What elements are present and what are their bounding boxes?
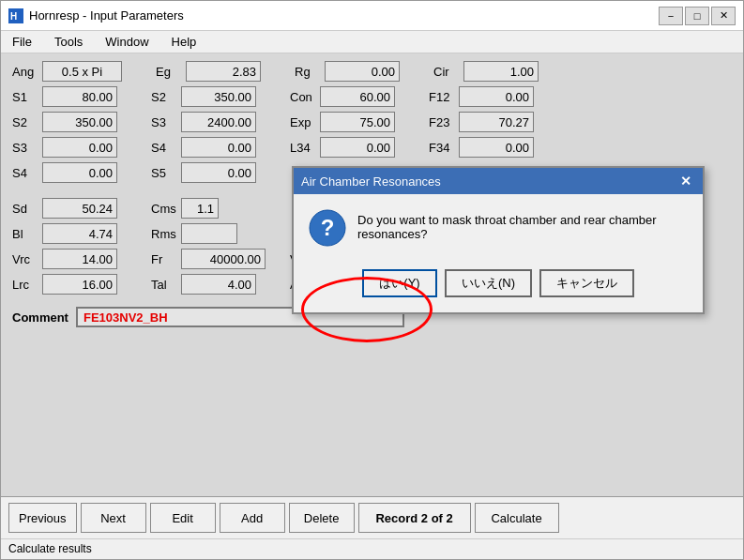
dialog-overlay: Air Chamber Resonances ✕ ? Do you want t… bbox=[1, 53, 743, 496]
dialog-body: ? Do you want to mask throat chamber and… bbox=[294, 194, 703, 262]
bottom-bar: Previous Next Edit Add Delete Record 2 o… bbox=[1, 496, 743, 538]
close-button[interactable]: ✕ bbox=[711, 7, 736, 25]
menu-window[interactable]: Window bbox=[101, 33, 152, 51]
title-bar: H Hornresp - Input Parameters − □ ✕ bbox=[1, 1, 743, 31]
dialog-cancel-button[interactable]: キャンセル bbox=[539, 269, 634, 297]
record-button[interactable]: Record 2 of 2 bbox=[358, 503, 471, 533]
dialog-title: Air Chamber Resonances bbox=[301, 174, 441, 189]
previous-button[interactable]: Previous bbox=[8, 503, 77, 533]
delete-button[interactable]: Delete bbox=[289, 503, 355, 533]
dialog-buttons: はい(Y) いいえ(N) キャンセル bbox=[294, 262, 703, 312]
dialog-question-icon: ? bbox=[309, 209, 346, 247]
app-icon: H bbox=[8, 8, 23, 23]
svg-text:H: H bbox=[10, 11, 17, 22]
edit-button[interactable]: Edit bbox=[150, 503, 216, 533]
dialog-message: Do you want to mask throat chamber and r… bbox=[357, 209, 688, 241]
dialog-title-bar: Air Chamber Resonances ✕ bbox=[294, 168, 703, 194]
menu-file[interactable]: File bbox=[8, 33, 36, 51]
dialog-yes-button[interactable]: はい(Y) bbox=[362, 269, 437, 297]
status-text: Calculate results bbox=[8, 542, 92, 555]
menu-help[interactable]: Help bbox=[168, 33, 201, 51]
main-window: H Hornresp - Input Parameters − □ ✕ File… bbox=[0, 0, 744, 560]
air-chamber-dialog: Air Chamber Resonances ✕ ? Do you want t… bbox=[292, 166, 705, 314]
svg-text:?: ? bbox=[321, 215, 335, 240]
window-title: Hornresp - Input Parameters bbox=[29, 8, 184, 23]
add-button[interactable]: Add bbox=[220, 503, 285, 533]
dialog-close-button[interactable]: ✕ bbox=[676, 172, 695, 190]
menu-tools[interactable]: Tools bbox=[51, 33, 86, 51]
status-bar: Calculate results bbox=[1, 538, 743, 559]
menu-bar: File Tools Window Help bbox=[1, 31, 743, 53]
dialog-no-button[interactable]: いいえ(N) bbox=[445, 269, 532, 297]
calculate-button[interactable]: Calculate bbox=[475, 503, 559, 533]
maximize-button[interactable]: □ bbox=[685, 7, 709, 25]
next-button[interactable]: Next bbox=[81, 503, 146, 533]
minimize-button[interactable]: − bbox=[659, 7, 683, 25]
main-content: Ang Eg Rg Cir bbox=[1, 53, 743, 496]
